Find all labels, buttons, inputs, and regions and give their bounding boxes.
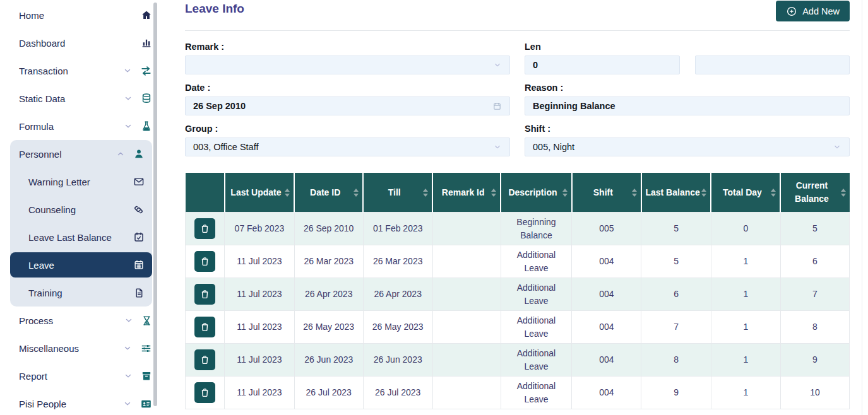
sidebar-item-personnel[interactable]: Personnel xyxy=(10,140,152,168)
sidebar-item-formula[interactable]: Formula xyxy=(0,112,161,140)
table-row: 11 Jul 202326 Jun 202326 Jun 2023Additio… xyxy=(186,344,850,377)
sidebar-item-label: Miscellaneous xyxy=(19,343,79,354)
sort-icon[interactable] xyxy=(701,189,707,197)
group-select[interactable]: 003, Office Staff xyxy=(185,137,510,156)
len-label: Len xyxy=(525,42,850,52)
column-header-shift[interactable]: Shift xyxy=(572,173,641,213)
chevron-up-icon xyxy=(116,149,125,158)
add-new-button[interactable]: Add New xyxy=(776,1,850,21)
table-cell: 004 xyxy=(572,344,641,377)
sidebar-item-label: Process xyxy=(19,315,53,326)
sidebar-item-static-data[interactable]: Static Data xyxy=(0,85,161,112)
bar-chart-icon xyxy=(141,37,152,49)
table-cell: 1 xyxy=(711,344,780,377)
header-divider xyxy=(185,30,850,31)
sidebar-item-label: Report xyxy=(19,371,47,382)
table-cell xyxy=(432,278,501,311)
len-input[interactable]: 0 xyxy=(525,56,680,74)
actions-cell xyxy=(186,245,225,278)
delete-row-button[interactable] xyxy=(194,284,215,305)
sidebar: HomeDashboardTransactionStatic DataFormu… xyxy=(0,0,161,415)
sidebar-item-leave[interactable]: Leave xyxy=(10,252,152,278)
sidebar-scrollbar[interactable] xyxy=(153,3,157,406)
column-header-last-balance[interactable]: Last Balance xyxy=(641,173,711,213)
delete-row-button[interactable] xyxy=(194,218,215,239)
delete-row-button[interactable] xyxy=(194,349,215,370)
shift-value: 005, Night xyxy=(533,142,833,152)
column-header-total-day[interactable]: Total Day xyxy=(711,173,780,213)
page-header: Leave Info Add New xyxy=(185,0,850,21)
sidebar-item-report[interactable]: Report xyxy=(0,362,161,390)
sidebar-item-pisi-people[interactable]: Pisi People xyxy=(0,390,161,415)
trash-icon xyxy=(199,223,210,234)
sort-icon[interactable] xyxy=(631,189,638,197)
table-cell xyxy=(432,311,501,344)
shift-field: Shift : 005, Night xyxy=(525,124,850,156)
column-header-till[interactable]: Till xyxy=(363,173,432,213)
len-value: 0 xyxy=(533,60,672,70)
table-cell: 26 Jul 2023 xyxy=(363,377,432,409)
column-label: Current Balance xyxy=(784,179,839,206)
sidebar-item-dashboard[interactable]: Dashboard xyxy=(0,29,161,57)
remark-select[interactable] xyxy=(185,56,510,74)
delete-row-button[interactable] xyxy=(194,317,215,337)
table-cell: 11 Jul 2023 xyxy=(225,311,295,344)
chevron-down-icon xyxy=(124,122,133,131)
group-field: Group : 003, Office Staff xyxy=(185,124,510,156)
column-header-remark-id[interactable]: Remark Id xyxy=(432,173,501,213)
delete-row-button[interactable] xyxy=(194,251,215,272)
sliders-icon xyxy=(140,342,152,354)
date-input[interactable]: 26 Sep 2010 xyxy=(185,96,510,115)
sidebar-item-label: Warning Letter xyxy=(28,177,90,187)
table-cell: 004 xyxy=(572,311,641,344)
table-cell: 5 xyxy=(780,213,849,245)
shift-select[interactable]: 005, Night xyxy=(525,137,850,156)
column-header-current-balance[interactable]: Current Balance xyxy=(780,173,849,213)
calendar-small-icon xyxy=(492,102,502,111)
page-title: Leave Info xyxy=(185,1,244,16)
sidebar-item-process[interactable]: Process xyxy=(0,307,161,334)
sort-icon[interactable] xyxy=(353,189,359,197)
table-cell: 26 May 2023 xyxy=(363,311,432,344)
remark-label: Remark : xyxy=(185,42,510,52)
add-new-label: Add New xyxy=(802,6,840,16)
column-header-description[interactable]: Description xyxy=(501,173,572,213)
plus-circle-icon xyxy=(786,6,797,17)
sort-icon[interactable] xyxy=(422,189,429,197)
column-label: Date ID xyxy=(298,186,352,199)
sidebar-item-transaction[interactable]: Transaction xyxy=(0,57,161,85)
sidebar-item-leave-last-balance[interactable]: Leave Last Balance xyxy=(10,223,152,251)
table-cell: 1 xyxy=(711,278,780,311)
reason-label: Reason : xyxy=(525,83,850,93)
table-cell: 07 Feb 2023 xyxy=(225,213,295,245)
column-header-date-id[interactable]: Date ID xyxy=(294,173,363,213)
table-cell: 1 xyxy=(711,245,780,278)
sidebar-item-miscellaneous[interactable]: Miscellaneous xyxy=(0,334,161,362)
sidebar-item-label: Static Data xyxy=(19,93,65,104)
home-icon xyxy=(141,9,152,21)
table-cell: 1 xyxy=(711,311,780,344)
archive-icon xyxy=(141,370,152,382)
trash-icon xyxy=(199,289,210,300)
sort-icon[interactable] xyxy=(562,189,568,197)
column-header-last-update[interactable]: Last Update xyxy=(225,173,295,213)
sort-icon[interactable] xyxy=(490,189,497,197)
remark-field: Remark : xyxy=(185,42,510,74)
sidebar-item-home[interactable]: Home xyxy=(0,1,161,29)
sort-icon[interactable] xyxy=(770,189,776,197)
sort-icon[interactable] xyxy=(840,189,847,197)
chevron-down-icon xyxy=(124,316,133,325)
delete-row-button[interactable] xyxy=(194,382,215,403)
personnel-group: PersonnelWarning LetterCounselingLeave L… xyxy=(10,140,152,307)
table-cell: 11 Jul 2023 xyxy=(225,377,295,409)
extra-input[interactable] xyxy=(695,56,850,74)
column-label: Last Update xyxy=(229,186,284,199)
table-cell: 004 xyxy=(572,245,641,278)
reason-input[interactable]: Beginning Balance xyxy=(525,96,850,115)
sidebar-item-counseling[interactable]: Counseling xyxy=(10,196,152,223)
sidebar-item-training[interactable]: Training xyxy=(10,279,152,307)
reason-value: Beginning Balance xyxy=(533,101,841,111)
trash-icon xyxy=(199,354,210,365)
sort-icon[interactable] xyxy=(284,189,290,197)
sidebar-item-warning-letter[interactable]: Warning Letter xyxy=(10,168,152,196)
